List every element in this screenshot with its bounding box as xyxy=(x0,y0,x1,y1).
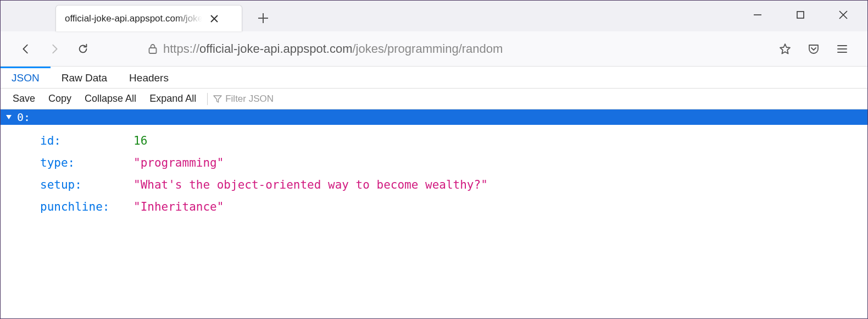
lock-icon xyxy=(148,43,158,54)
json-row-setup[interactable]: setup: "What's the object-oriented way t… xyxy=(40,174,867,196)
json-row-type[interactable]: type: "programming" xyxy=(40,152,867,174)
close-window-icon[interactable] xyxy=(832,4,854,26)
filter-json-field[interactable] xyxy=(213,94,324,105)
json-row-id[interactable]: id: 16 xyxy=(40,130,867,152)
json-row-punchline[interactable]: punchline: "Inheritance" xyxy=(40,196,867,218)
caret-down-icon xyxy=(6,115,12,119)
reload-button[interactable] xyxy=(71,37,95,61)
json-key: setup: xyxy=(40,174,133,196)
json-root-row[interactable]: 0: xyxy=(1,109,867,125)
pocket-icon[interactable] xyxy=(802,37,826,61)
json-root-index: 0: xyxy=(17,111,30,124)
hamburger-menu-icon[interactable] xyxy=(830,37,854,61)
json-viewer-tabs: JSON Raw Data Headers xyxy=(1,67,867,89)
svg-rect-1 xyxy=(149,48,157,53)
address-bar-row: https://official-joke-api.appspot.com/jo… xyxy=(1,31,867,67)
new-tab-button[interactable] xyxy=(252,7,274,29)
filter-icon xyxy=(213,95,222,103)
collapse-all-button[interactable]: Collapse All xyxy=(79,93,142,105)
forward-button[interactable] xyxy=(42,37,66,61)
json-value-string: "programming" xyxy=(133,152,224,174)
tab-raw-data[interactable]: Raw Data xyxy=(51,67,118,88)
url-host: official-joke-api.appspot.com xyxy=(199,42,352,56)
minimize-icon[interactable] xyxy=(747,4,769,26)
url-text: https://official-joke-api.appspot.com/jo… xyxy=(163,42,503,56)
url-path: /jokes/programming/random xyxy=(352,42,503,56)
json-key: punchline: xyxy=(40,196,133,218)
bookmark-star-icon[interactable] xyxy=(773,37,797,61)
svg-rect-0 xyxy=(797,12,804,18)
json-value-string: "Inheritance" xyxy=(133,196,224,218)
browser-tab[interactable]: official-joke-api.appspot.com/jokes/prog… xyxy=(55,5,242,31)
copy-button[interactable]: Copy xyxy=(43,93,77,105)
tab-strip: official-joke-api.appspot.com/jokes/prog… xyxy=(1,1,867,31)
toolbar-separator xyxy=(207,93,208,105)
back-button[interactable] xyxy=(14,37,38,61)
filter-json-input[interactable] xyxy=(225,94,324,105)
window-controls xyxy=(747,4,854,26)
json-value-string: "What's the object-oriented way to becom… xyxy=(133,174,488,196)
maximize-icon[interactable] xyxy=(789,4,811,26)
json-key: type: xyxy=(40,152,133,174)
tab-title: official-joke-api.appspot.com/jokes/prog… xyxy=(65,13,202,24)
json-value-number: 16 xyxy=(133,130,147,152)
save-button[interactable]: Save xyxy=(7,93,41,105)
tab-json[interactable]: JSON xyxy=(1,67,51,88)
url-scheme: https:// xyxy=(163,42,199,56)
json-key: id: xyxy=(40,130,133,152)
json-body: id: 16 type: "programming" setup: "What'… xyxy=(1,125,867,224)
json-viewer-toolbar: Save Copy Collapse All Expand All xyxy=(1,89,867,109)
close-tab-icon[interactable] xyxy=(207,11,222,26)
url-bar[interactable]: https://official-joke-api.appspot.com/jo… xyxy=(140,37,703,61)
expand-all-button[interactable]: Expand All xyxy=(144,93,202,105)
tab-headers[interactable]: Headers xyxy=(118,67,180,88)
